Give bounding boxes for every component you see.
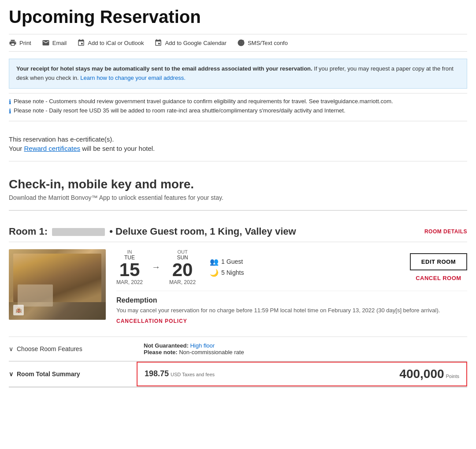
room-header: Room 1: • Deluxe Guest room, 1 King, Val… — [9, 221, 467, 242]
gcal-icon — [154, 39, 162, 47]
notice-item-1: ℹ Please note - Customers should review … — [9, 98, 467, 105]
room-title: Room 1: • Deluxe Guest room, 1 King, Val… — [9, 226, 296, 237]
ecert-pre: Your — [9, 145, 24, 152]
gcal-button[interactable]: Add to Google Calendar — [154, 39, 226, 47]
info-banner: Your receipt for hotel stays may be auto… — [9, 59, 467, 89]
check-in-date: 15 — [116, 261, 143, 279]
room-name: Deluxe Guest room, 1 King, Valley view — [115, 226, 296, 237]
check-in-month: MAR, 2022 — [116, 279, 143, 285]
not-guaranteed-label: Not Guaranteed: — [144, 342, 190, 349]
page-title: Upcoming Reservation — [9, 7, 467, 27]
email-change-link[interactable]: Learn how to change your email address. — [80, 75, 185, 81]
room-label: Room 1: — [9, 226, 48, 237]
print-label: Print — [19, 40, 31, 46]
room-body: 🏨 IN TUE 15 MAR, 2022 → OUT SUN 20 — [9, 242, 467, 337]
room-features-row: ∨ Choose Room Features Not Guaranteed: H… — [9, 337, 467, 361]
checkin-title: Check-in, mobile key and more. — [9, 177, 467, 191]
guests-item: 👥 1 Guest — [210, 258, 244, 266]
email-label: Email — [52, 40, 67, 46]
ecert-post: will be sent to your hotel. — [80, 145, 155, 152]
print-button[interactable]: Print — [9, 39, 31, 47]
ecert-section: This reservation has e-certificate(s). Y… — [9, 128, 467, 161]
total-price-block: 198.75 USD Taxes and fees — [145, 369, 215, 378]
room-section: Room 1: • Deluxe Guest room, 1 King, Val… — [9, 221, 467, 388]
edit-room-button[interactable]: EDIT ROOM — [410, 253, 467, 270]
toolbar: Print Email Add to iCal or Outlook Add t… — [9, 34, 467, 52]
notice-text-1: Please note - Customers should review go… — [14, 98, 393, 105]
sms-button[interactable]: SMS/Text confo — [237, 39, 288, 47]
guests-nights: 👥 1 Guest 🌙 5 Nights — [210, 258, 244, 277]
room-total-summary-toggle[interactable]: ∨ Room Total Summary — [9, 362, 137, 386]
nights-icon: 🌙 — [210, 269, 219, 277]
check-out-label: OUT — [169, 249, 196, 254]
total-price-value: 198.75 — [145, 369, 169, 378]
checkin-section: Check-in, mobile key and more. Download … — [9, 168, 467, 211]
room-details-link[interactable]: ROOM DETAILS — [424, 228, 467, 235]
choose-room-features-label: Choose Room Features — [17, 345, 82, 352]
room-image: 🏨 — [9, 249, 106, 320]
not-guaranteed-value: High floor — [190, 342, 215, 349]
guests-count: 1 Guest — [221, 258, 243, 265]
total-price-sub: USD Taxes and fees — [171, 372, 215, 377]
choose-room-features-toggle[interactable]: ∨ Choose Room Features — [9, 337, 137, 361]
info-banner-bold: Your receipt for hotel stays may be auto… — [16, 65, 312, 72]
reward-certificates-link[interactable]: Reward certificates — [24, 145, 80, 152]
check-in-block: IN TUE 15 MAR, 2022 — [116, 249, 143, 285]
notice-text-2: Please note - Daily resort fee USD 35 wi… — [14, 107, 346, 114]
guests-icon: 👥 — [210, 258, 219, 266]
check-out-month: MAR, 2022 — [169, 279, 196, 285]
ical-label: Add to iCal or Outlook — [88, 40, 144, 46]
redemption-description: You may cancel your reservation for no c… — [116, 307, 467, 314]
gcal-label: Add to Google Calendar — [165, 40, 226, 46]
cancel-room-link[interactable]: CANCEL ROOM — [416, 275, 461, 281]
ecert-line1: This reservation has e-certificate(s). — [9, 135, 467, 143]
checkin-subtitle: Download the Marriott Bonvoy™ App to unl… — [9, 194, 467, 201]
redemption-section: Redemption You may cancel your reservati… — [116, 291, 467, 329]
check-out-date: 20 — [169, 261, 196, 279]
total-points-label: Points — [446, 374, 459, 379]
room-total-label: Room Total Summary — [17, 370, 80, 378]
check-in-label: IN — [116, 249, 143, 254]
total-points-value: 400,000 — [399, 367, 444, 381]
sms-label: SMS/Text confo — [248, 40, 288, 46]
page-container: Upcoming Reservation Print Email Add to … — [0, 0, 476, 395]
please-note-value: Non-commissionable rate — [179, 349, 244, 355]
room-total-right: 198.75 USD Taxes and fees 400,000 Points — [137, 362, 467, 386]
info-icon-2: ℹ — [9, 108, 11, 115]
redemption-title: Redemption — [116, 296, 467, 304]
room-actions: EDIT ROOM CANCEL ROOM — [410, 253, 467, 281]
notice-item-2: ℹ Please note - Daily resort fee USD 35 … — [9, 107, 467, 115]
ical-icon — [77, 39, 85, 47]
check-out-block: OUT SUN 20 MAR, 2022 — [169, 249, 196, 285]
room-number-blurred — [52, 228, 105, 236]
nights-item: 🌙 5 Nights — [210, 269, 244, 277]
ical-button[interactable]: Add to iCal or Outlook — [77, 39, 144, 47]
dates-arrow-icon: → — [152, 262, 160, 272]
email-icon — [42, 39, 50, 47]
sms-icon — [237, 39, 245, 47]
email-button[interactable]: Email — [42, 39, 67, 47]
total-points-block: 400,000 Points — [399, 367, 459, 381]
info-icon-1: ℹ — [9, 98, 11, 105]
room-total-row: ∨ Room Total Summary 198.75 USD Taxes an… — [9, 361, 467, 387]
notice-section: ℹ Please note - Customers should review … — [9, 93, 467, 121]
room-features-info: Not Guaranteed: High floor Please note: … — [137, 337, 467, 361]
cancellation-policy-link[interactable]: CANCELLATION POLICY — [116, 318, 187, 324]
nights-count: 5 Nights — [221, 269, 244, 276]
room-total-chevron-icon: ∨ — [9, 370, 13, 378]
chevron-down-icon: ∨ — [9, 345, 13, 352]
please-note-label: Please note: — [144, 349, 179, 355]
ecert-line2: Your Reward certificates will be sent to… — [9, 145, 467, 152]
print-icon — [9, 39, 17, 47]
